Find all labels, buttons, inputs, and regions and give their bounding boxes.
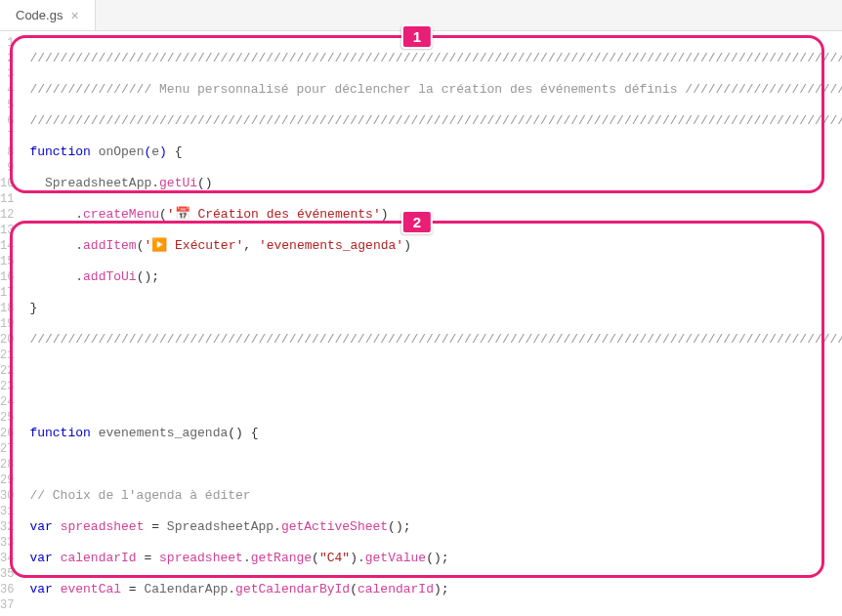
line-number: 16 [0,269,21,285]
tab-bar: Code.gs × [0,0,842,31]
line-number: 32 [0,519,21,535]
line-number: 29 [0,472,21,488]
line-number: 21 [0,348,21,363]
line-number: 25 [0,410,21,426]
line-number: 17 [0,285,21,301]
line-number: 20 [0,332,21,348]
code-editor[interactable]: 1234567891011121314151617181920212223242… [0,31,842,616]
line-number: 31 [0,504,21,519]
line-number: 7 [0,129,21,144]
line-number: 3 [0,66,21,82]
line-number: 19 [0,316,21,332]
close-icon[interactable]: × [70,9,78,22]
line-number: 5 [0,98,21,113]
line-number: 33 [0,535,21,551]
line-number: 9 [0,160,21,176]
line-number: 37 [0,597,21,613]
line-number: 2 [0,51,21,66]
line-number: 22 [0,363,21,379]
line-number: 10 [0,176,21,191]
line-number: 6 [0,113,21,129]
line-number: 23 [0,379,21,394]
line-number: 14 [0,238,21,254]
line-number: 30 [0,488,21,504]
line-number: 24 [0,394,21,410]
tab-code-gs[interactable]: Code.gs × [0,0,96,30]
line-number: 15 [0,254,21,269]
line-number: 28 [0,457,21,472]
line-number: 8 [0,144,21,160]
line-number: 12 [0,207,21,223]
line-number: 1 [0,35,21,51]
line-number: 4 [0,82,21,98]
tab-label: Code.gs [16,8,63,22]
line-number: 11 [0,191,21,207]
code-area[interactable]: ////////////////////////////////////////… [21,31,842,616]
line-number: 27 [0,441,21,457]
line-number: 13 [0,223,21,238]
line-number: 35 [0,566,21,582]
line-number: 26 [0,426,21,441]
line-number: 18 [0,301,21,316]
line-number: 34 [0,551,21,566]
line-number-gutter: 1234567891011121314151617181920212223242… [0,31,21,616]
line-number: 36 [0,582,21,597]
